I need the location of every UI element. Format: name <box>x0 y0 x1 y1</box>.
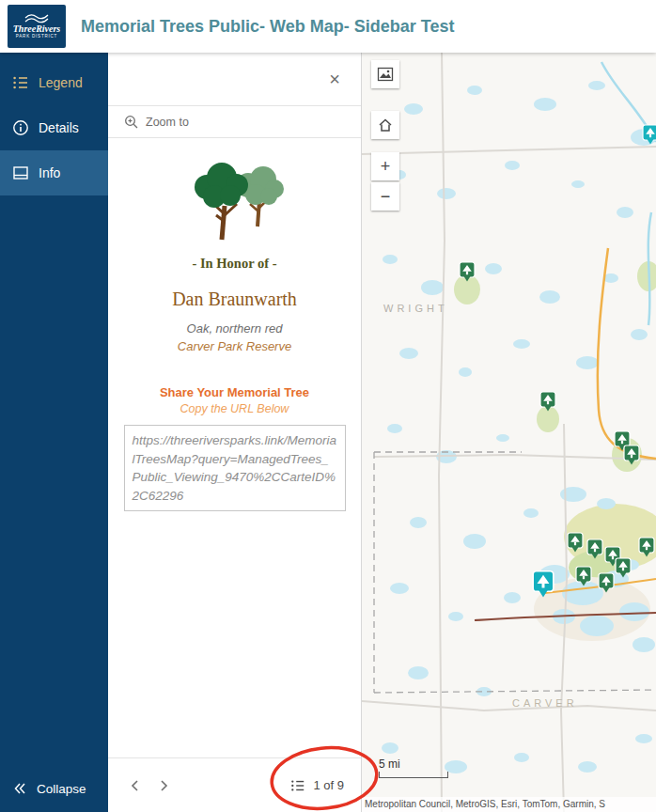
map-container: WRIGHT CARVER <box>362 53 656 812</box>
scale-bar: 5 mi <box>379 757 448 778</box>
share-subtitle: Copy the URL Below <box>108 402 361 415</box>
logo-waves-icon <box>24 14 49 23</box>
scale-ruler <box>379 772 448 778</box>
logo-text: ThreeRivers <box>13 23 61 35</box>
basemap-image-icon <box>377 66 394 83</box>
feature-list-icon <box>290 778 305 793</box>
home-icon <box>377 117 394 133</box>
in-honor-of-label: - In Honor of - <box>108 256 361 272</box>
panel-icon <box>12 164 29 181</box>
next-feature-button[interactable] <box>149 772 178 800</box>
feature-pager[interactable]: 1 of 9 <box>290 778 344 793</box>
sidebar-item-label: Legend <box>39 75 83 90</box>
three-rivers-logo: ThreeRivers PARK DISTRICT <box>8 5 66 48</box>
memorial-trees-illustration <box>180 153 289 242</box>
share-url-box[interactable]: https://threeriversparks.link/MemorialTr… <box>124 425 346 511</box>
collapse-label: Collapse <box>37 782 86 796</box>
honoree-name: Dan Braunwarth <box>108 289 361 310</box>
sidebar-item-legend[interactable]: Legend <box>0 60 108 105</box>
zoom-in-button[interactable]: + <box>371 152 399 180</box>
logo-subtext: PARK DISTRICT <box>16 34 57 39</box>
county-label-wright: WRIGHT <box>383 303 448 314</box>
panel-header: × <box>108 53 361 106</box>
legend-list-icon <box>12 74 29 91</box>
zoom-to-label: Zoom to <box>146 116 189 129</box>
pager-label: 1 of 9 <box>313 778 344 792</box>
map-attribution: Metropolitan Council, MetroGIS, Esri, To… <box>362 797 656 812</box>
sidebar-item-info[interactable]: Info <box>0 150 108 195</box>
home-button[interactable] <box>371 111 399 139</box>
zoom-out-button[interactable]: − <box>371 182 399 211</box>
sidebar-item-label: Info <box>39 165 60 180</box>
county-label-carver: CARVER <box>512 697 578 709</box>
tree-detail-card: - In Honor of - Dan Braunwarth Oak, nort… <box>108 138 361 757</box>
chevron-right-icon <box>157 779 170 792</box>
sidebar-item-label: Details <box>39 120 79 135</box>
info-circle-icon <box>12 119 29 136</box>
map-canvas[interactable]: WRIGHT CARVER <box>362 53 656 812</box>
previous-feature-button[interactable] <box>121 772 149 800</box>
panel-footer: 1 of 9 <box>108 757 361 812</box>
close-panel-button[interactable]: × <box>323 68 346 90</box>
chevron-left-icon <box>129 779 142 792</box>
tree-location: Carver Park Reserve <box>108 339 361 353</box>
magnifier-plus-icon <box>124 115 139 130</box>
tree-species: Oak, northern red <box>108 321 361 336</box>
sidebar: Legend Details Info Collapse <box>0 53 108 812</box>
basemap-gallery-button[interactable] <box>371 60 399 88</box>
double-chevron-left-icon <box>12 781 27 796</box>
zoom-to-button[interactable]: Zoom to <box>108 106 361 138</box>
collapse-button[interactable]: Collapse <box>0 765 108 812</box>
map-controls: + − <box>371 60 399 211</box>
sidebar-item-details[interactable]: Details <box>0 105 108 150</box>
app-header: ThreeRivers PARK DISTRICT Memorial Trees… <box>0 0 656 53</box>
main-layout: Legend Details Info Collapse × Zoom to <box>0 53 656 812</box>
share-title: Share Your Memorial Tree <box>108 385 361 399</box>
scale-label: 5 mi <box>379 757 400 771</box>
info-panel: × Zoom to - In Honor of - Dan Braunwarth <box>108 53 362 812</box>
page-title: Memorial Trees Public- Web Map- Sidebar … <box>81 17 454 37</box>
